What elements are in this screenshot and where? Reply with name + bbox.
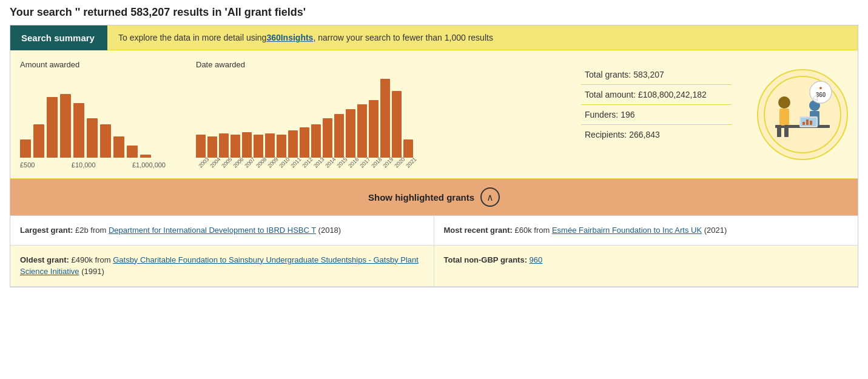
page-title: Your search '' returned 583,207 results … <box>10 6 858 19</box>
most-recent-grant-text: £60k from <box>515 226 552 235</box>
date-bar <box>369 100 378 158</box>
largest-grant-link[interactable]: Department for International Development… <box>109 226 316 235</box>
date-label: 2007 <box>243 158 254 169</box>
largest-grant-text: £2b from <box>75 226 109 235</box>
date-label: 2019 <box>382 158 392 169</box>
oldest-grant-cell: Oldest grant: £490k from Gatsby Charitab… <box>10 246 434 287</box>
date-bar <box>277 135 286 158</box>
stat-total-grants: Total grants: 583,207 <box>581 65 732 85</box>
largest-grant-cell: Largest grant: £2b from Department for I… <box>10 216 434 246</box>
notice-text-2: , narrow your search to fewer than 1,000… <box>313 33 493 42</box>
date-label: 2017 <box>358 158 369 169</box>
stat-total-amount-label: Total amount: <box>585 90 636 99</box>
date-label: 2012 <box>301 158 312 169</box>
most-recent-grant-year: (2021) <box>704 226 727 235</box>
illustration-circle: ● 360 <box>757 69 848 160</box>
date-label: 2006 <box>232 158 243 169</box>
svg-point-2 <box>778 96 790 109</box>
amount-bar <box>100 124 111 158</box>
amount-bar <box>127 146 138 158</box>
date-label: 2003 <box>197 158 208 169</box>
search-summary-box: Search summary To explore the data in mo… <box>10 25 858 287</box>
amount-bar <box>140 155 151 158</box>
amount-label-1m: £1,000,000 <box>132 161 166 169</box>
amount-bar <box>73 103 84 158</box>
stat-funders-label: Funders: <box>585 110 618 119</box>
stat-funders-value: 196 <box>621 110 634 119</box>
search-summary-tab-label: Search summary <box>21 33 95 43</box>
svg-rect-12 <box>810 121 812 125</box>
date-bar <box>207 136 217 158</box>
amount-bar <box>33 124 44 158</box>
amount-bar <box>60 94 71 158</box>
stat-recipients-value: 266,843 <box>629 130 660 139</box>
svg-rect-4 <box>777 125 781 137</box>
largest-grant-year: (2018) <box>318 226 341 235</box>
stat-recipients: Recipients: 266,843 <box>581 125 732 144</box>
charts-area: Amount awarded £500 £10,000 £1,000,000 D… <box>10 50 858 179</box>
amount-bar <box>87 118 98 158</box>
360insights-link[interactable]: 360Insights <box>266 33 313 42</box>
amount-chart-labels: £500 £10,000 £1,000,000 <box>20 161 166 169</box>
highlighted-grants-bar[interactable]: Show highlighted grants ∧ <box>10 179 858 216</box>
date-chart-section: Date awarded 200320042005200620072008200… <box>196 60 413 169</box>
stat-total-grants-value: 583,207 <box>633 70 664 79</box>
chevron-up-icon: ∧ <box>486 192 494 203</box>
non-gbp-label: Total non-GBP grants: <box>444 255 527 264</box>
amount-label-10k: £10,000 <box>72 161 96 169</box>
date-bar <box>196 135 206 158</box>
stats-section: Total grants: 583,207 Total amount: £108… <box>571 60 741 169</box>
date-bar-chart <box>196 74 413 159</box>
amount-bar-chart <box>20 74 166 159</box>
date-bar <box>380 79 390 158</box>
svg-rect-3 <box>779 109 789 126</box>
non-gbp-grants-cell: Total non-GBP grants: 960 <box>434 246 858 287</box>
date-label: 2011 <box>289 158 300 169</box>
date-bar <box>357 104 367 158</box>
oldest-grant-text: £490k from <box>72 255 113 264</box>
svg-text:●: ● <box>819 85 822 91</box>
most-recent-grant-cell: Most recent grant: £60k from Esmée Fairb… <box>434 216 858 246</box>
chevron-up-button[interactable]: ∧ <box>480 187 500 207</box>
date-bar <box>265 133 275 158</box>
amount-chart-title: Amount awarded <box>20 60 166 69</box>
date-chart-labels: 2003200420052006200720082009201020112012… <box>196 161 413 167</box>
date-label: 2020 <box>393 158 404 169</box>
date-bar <box>230 135 240 158</box>
date-label: 2018 <box>370 158 381 169</box>
date-label: 2004 <box>209 158 220 169</box>
date-chart-title: Date awarded <box>196 60 413 69</box>
svg-rect-11 <box>806 119 809 125</box>
amount-bar <box>20 139 31 158</box>
date-label: 2014 <box>324 158 335 169</box>
date-bar <box>334 114 344 158</box>
stat-total-amount-value: £108,800,242,182 <box>638 90 707 99</box>
date-label: 2008 <box>255 158 266 169</box>
date-label: 2010 <box>278 158 289 169</box>
date-bar <box>254 135 263 158</box>
date-label: 2021 <box>405 158 415 169</box>
date-bar <box>300 127 309 158</box>
most-recent-grant-label: Most recent grant: <box>444 226 513 235</box>
stat-total-amount: Total amount: £108,800,242,182 <box>581 85 732 105</box>
date-label: 2005 <box>220 158 231 169</box>
illustration-svg: ● 360 <box>763 75 842 154</box>
amount-label-500: £500 <box>20 161 35 169</box>
search-summary-notice: To explore the data in more detail using… <box>107 25 858 50</box>
date-bar <box>242 132 252 158</box>
most-recent-grant-link[interactable]: Esmée Fairbairn Foundation to Inc Arts U… <box>552 226 702 235</box>
oldest-grant-label: Oldest grant: <box>20 255 69 264</box>
date-label: 2015 <box>335 158 346 169</box>
date-bar <box>346 109 355 158</box>
date-bar <box>403 139 413 158</box>
non-gbp-link[interactable]: 960 <box>530 255 543 264</box>
illustration-section: ● 360 <box>757 60 848 169</box>
date-label: 2013 <box>312 158 323 169</box>
svg-rect-5 <box>784 125 789 137</box>
grants-info-grid: Largest grant: £2b from Department for I… <box>10 216 858 287</box>
date-bar <box>392 91 402 158</box>
page-container: Your search '' returned 583,207 results … <box>0 0 868 293</box>
search-summary-header: Search summary To explore the data in mo… <box>10 25 858 50</box>
date-bar <box>323 118 332 158</box>
date-bar <box>219 133 229 158</box>
